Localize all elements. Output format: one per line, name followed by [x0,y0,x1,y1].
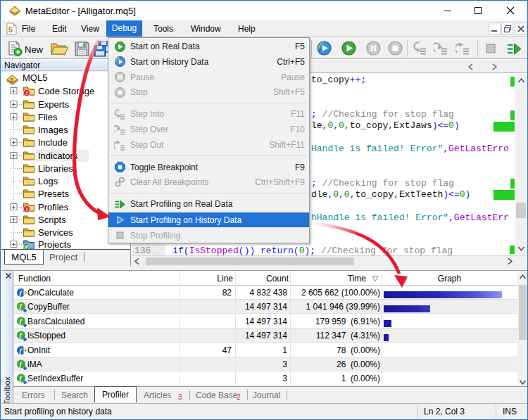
svg-text:5: 5 [8,25,13,34]
svg-text:5: 5 [11,77,13,83]
svg-text:Services: Services [38,227,73,238]
svg-text:Projects: Projects [38,239,71,249]
svg-text:Indicators: Indicators [38,151,78,161]
svg-text:Profiles: Profiles [38,202,69,212]
svg-text:Files: Files [38,112,58,122]
svg-text:Include: Include [38,137,68,148]
svg-text:Logs: Logs [38,176,58,186]
svg-text:Images: Images [38,125,68,135]
svg-text:!: ! [26,90,28,96]
svg-text:MQL5: MQL5 [23,72,47,83]
svg-text:!: ! [26,206,28,212]
svg-text:Presets: Presets [38,189,70,199]
svg-text:Experts: Experts [38,99,70,110]
svg-text:Code Storage: Code Storage [38,86,94,96]
svg-text:Libraries: Libraries [38,163,73,174]
svg-text:Scripts: Scripts [38,215,66,225]
